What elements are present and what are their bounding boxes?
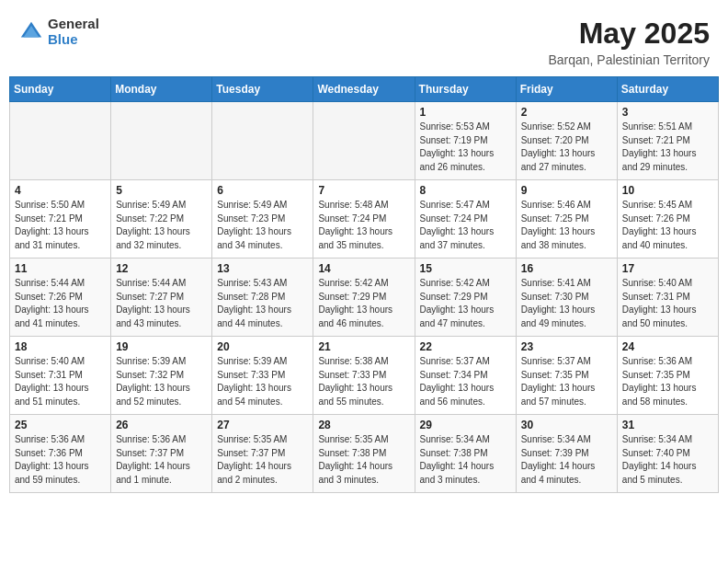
calendar-cell: 6Sunrise: 5:49 AM Sunset: 7:23 PM Daylig… xyxy=(212,180,313,259)
day-number: 6 xyxy=(217,184,308,197)
header-thursday: Thursday xyxy=(415,77,516,102)
calendar-cell xyxy=(10,102,111,180)
calendar-cell: 30Sunrise: 5:34 AM Sunset: 7:39 PM Dayli… xyxy=(516,415,617,493)
day-content: Sunrise: 5:39 AM Sunset: 7:32 PM Dayligh… xyxy=(116,355,207,408)
calendar-cell: 17Sunrise: 5:40 AM Sunset: 7:31 PM Dayli… xyxy=(617,259,718,337)
calendar-week-2: 4Sunrise: 5:50 AM Sunset: 7:21 PM Daylig… xyxy=(10,180,719,259)
day-content: Sunrise: 5:38 AM Sunset: 7:33 PM Dayligh… xyxy=(318,355,409,408)
day-number: 7 xyxy=(318,184,409,197)
calendar-cell: 20Sunrise: 5:39 AM Sunset: 7:33 PM Dayli… xyxy=(212,337,313,415)
day-content: Sunrise: 5:49 AM Sunset: 7:23 PM Dayligh… xyxy=(217,199,308,252)
calendar-cell: 23Sunrise: 5:37 AM Sunset: 7:35 PM Dayli… xyxy=(516,337,617,415)
day-content: Sunrise: 5:37 AM Sunset: 7:35 PM Dayligh… xyxy=(521,355,612,408)
calendar-cell: 25Sunrise: 5:36 AM Sunset: 7:36 PM Dayli… xyxy=(10,415,111,493)
day-number: 31 xyxy=(622,419,713,431)
header-tuesday: Tuesday xyxy=(212,77,313,102)
day-number: 2 xyxy=(521,106,612,119)
day-number: 5 xyxy=(116,184,207,197)
day-content: Sunrise: 5:44 AM Sunset: 7:26 PM Dayligh… xyxy=(15,277,106,330)
day-number: 25 xyxy=(15,419,106,431)
calendar-cell: 13Sunrise: 5:43 AM Sunset: 7:28 PM Dayli… xyxy=(212,259,313,337)
logo-text: General Blue xyxy=(48,17,99,47)
title-block: May 2025 Barqan, Palestinian Territory xyxy=(548,17,710,67)
calendar-week-4: 18Sunrise: 5:40 AM Sunset: 7:31 PM Dayli… xyxy=(10,337,719,415)
header-friday: Friday xyxy=(516,77,617,102)
calendar-cell xyxy=(111,102,212,180)
day-content: Sunrise: 5:40 AM Sunset: 7:31 PM Dayligh… xyxy=(15,355,106,408)
day-number: 23 xyxy=(521,340,612,353)
day-number: 1 xyxy=(420,106,511,119)
day-content: Sunrise: 5:41 AM Sunset: 7:30 PM Dayligh… xyxy=(521,277,612,330)
day-number: 27 xyxy=(217,419,308,431)
calendar-cell: 3Sunrise: 5:51 AM Sunset: 7:21 PM Daylig… xyxy=(617,102,718,180)
day-number: 11 xyxy=(15,262,106,275)
day-number: 24 xyxy=(622,340,713,353)
day-number: 29 xyxy=(420,419,511,431)
day-number: 28 xyxy=(318,419,409,431)
calendar-week-1: 1Sunrise: 5:53 AM Sunset: 7:19 PM Daylig… xyxy=(10,102,719,180)
day-content: Sunrise: 5:51 AM Sunset: 7:21 PM Dayligh… xyxy=(622,121,713,174)
day-content: Sunrise: 5:35 AM Sunset: 7:38 PM Dayligh… xyxy=(318,433,409,487)
day-content: Sunrise: 5:39 AM Sunset: 7:33 PM Dayligh… xyxy=(217,355,308,408)
calendar-cell: 1Sunrise: 5:53 AM Sunset: 7:19 PM Daylig… xyxy=(415,102,516,180)
day-content: Sunrise: 5:42 AM Sunset: 7:29 PM Dayligh… xyxy=(318,277,409,330)
calendar-body: 1Sunrise: 5:53 AM Sunset: 7:19 PM Daylig… xyxy=(10,102,719,493)
day-number: 14 xyxy=(318,262,409,275)
weekday-header-row: Sunday Monday Tuesday Wednesday Thursday… xyxy=(10,77,719,102)
day-content: Sunrise: 5:34 AM Sunset: 7:40 PM Dayligh… xyxy=(622,433,713,487)
day-content: Sunrise: 5:47 AM Sunset: 7:24 PM Dayligh… xyxy=(420,199,511,252)
header-wednesday: Wednesday xyxy=(313,77,415,102)
calendar-cell: 14Sunrise: 5:42 AM Sunset: 7:29 PM Dayli… xyxy=(313,259,415,337)
day-content: Sunrise: 5:44 AM Sunset: 7:27 PM Dayligh… xyxy=(116,277,207,330)
day-number: 19 xyxy=(116,340,207,353)
day-number: 15 xyxy=(420,262,511,275)
calendar-cell: 4Sunrise: 5:50 AM Sunset: 7:21 PM Daylig… xyxy=(10,180,111,259)
calendar-cell: 21Sunrise: 5:38 AM Sunset: 7:33 PM Dayli… xyxy=(313,337,415,415)
day-content: Sunrise: 5:34 AM Sunset: 7:39 PM Dayligh… xyxy=(521,433,612,487)
calendar-cell: 7Sunrise: 5:48 AM Sunset: 7:24 PM Daylig… xyxy=(313,180,415,259)
calendar-cell: 10Sunrise: 5:45 AM Sunset: 7:26 PM Dayli… xyxy=(617,180,718,259)
day-content: Sunrise: 5:36 AM Sunset: 7:37 PM Dayligh… xyxy=(116,433,207,487)
day-content: Sunrise: 5:35 AM Sunset: 7:37 PM Dayligh… xyxy=(217,433,308,487)
calendar-week-3: 11Sunrise: 5:44 AM Sunset: 7:26 PM Dayli… xyxy=(10,259,719,337)
header-monday: Monday xyxy=(111,77,212,102)
calendar-cell: 16Sunrise: 5:41 AM Sunset: 7:30 PM Dayli… xyxy=(516,259,617,337)
day-number: 16 xyxy=(521,262,612,275)
calendar-week-5: 25Sunrise: 5:36 AM Sunset: 7:36 PM Dayli… xyxy=(10,415,719,493)
day-content: Sunrise: 5:52 AM Sunset: 7:20 PM Dayligh… xyxy=(521,121,612,174)
day-number: 17 xyxy=(622,262,713,275)
calendar-cell: 18Sunrise: 5:40 AM Sunset: 7:31 PM Dayli… xyxy=(10,337,111,415)
day-content: Sunrise: 5:43 AM Sunset: 7:28 PM Dayligh… xyxy=(217,277,308,330)
day-number: 21 xyxy=(318,340,409,353)
day-number: 22 xyxy=(420,340,511,353)
day-content: Sunrise: 5:42 AM Sunset: 7:29 PM Dayligh… xyxy=(420,277,511,330)
calendar-cell: 22Sunrise: 5:37 AM Sunset: 7:34 PM Dayli… xyxy=(415,337,516,415)
logo-line1: General xyxy=(48,17,99,32)
day-number: 8 xyxy=(420,184,511,197)
calendar-cell: 29Sunrise: 5:34 AM Sunset: 7:38 PM Dayli… xyxy=(415,415,516,493)
calendar-cell xyxy=(313,102,415,180)
day-content: Sunrise: 5:45 AM Sunset: 7:26 PM Dayligh… xyxy=(622,199,713,252)
day-number: 9 xyxy=(521,184,612,197)
day-content: Sunrise: 5:37 AM Sunset: 7:34 PM Dayligh… xyxy=(420,355,511,408)
logo-icon xyxy=(18,19,44,45)
day-content: Sunrise: 5:53 AM Sunset: 7:19 PM Dayligh… xyxy=(420,121,511,174)
calendar-cell: 15Sunrise: 5:42 AM Sunset: 7:29 PM Dayli… xyxy=(415,259,516,337)
day-number: 12 xyxy=(116,262,207,275)
calendar-cell xyxy=(212,102,313,180)
calendar-cell: 28Sunrise: 5:35 AM Sunset: 7:38 PM Dayli… xyxy=(313,415,415,493)
calendar-cell: 9Sunrise: 5:46 AM Sunset: 7:25 PM Daylig… xyxy=(516,180,617,259)
day-content: Sunrise: 5:40 AM Sunset: 7:31 PM Dayligh… xyxy=(622,277,713,330)
day-number: 3 xyxy=(622,106,713,119)
day-number: 13 xyxy=(217,262,308,275)
logo: General Blue xyxy=(18,17,99,47)
logo-line2: Blue xyxy=(48,32,99,48)
day-content: Sunrise: 5:46 AM Sunset: 7:25 PM Dayligh… xyxy=(521,199,612,252)
day-content: Sunrise: 5:49 AM Sunset: 7:22 PM Dayligh… xyxy=(116,199,207,252)
calendar-cell: 2Sunrise: 5:52 AM Sunset: 7:20 PM Daylig… xyxy=(516,102,617,180)
calendar-cell: 27Sunrise: 5:35 AM Sunset: 7:37 PM Dayli… xyxy=(212,415,313,493)
day-content: Sunrise: 5:48 AM Sunset: 7:24 PM Dayligh… xyxy=(318,199,409,252)
month-year-title: May 2025 xyxy=(548,17,710,51)
calendar-cell: 31Sunrise: 5:34 AM Sunset: 7:40 PM Dayli… xyxy=(617,415,718,493)
calendar-cell: 12Sunrise: 5:44 AM Sunset: 7:27 PM Dayli… xyxy=(111,259,212,337)
